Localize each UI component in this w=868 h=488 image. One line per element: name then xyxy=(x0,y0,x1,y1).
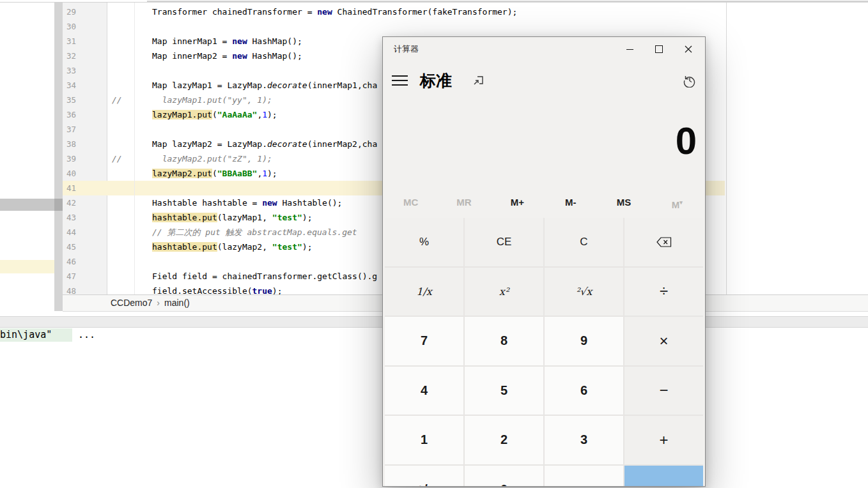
memory-button-row: MCMRM+M-MSM▾ xyxy=(384,193,704,212)
code-line[interactable]: Transformer chainedTransformer = new Cha… xyxy=(152,4,517,19)
memory-clear-button[interactable]: MC xyxy=(384,193,437,212)
code-line[interactable]: Hashtable hashtable = new Hashtable(); xyxy=(152,195,342,210)
calc-key-square[interactable]: x² xyxy=(465,268,543,316)
memory-store-button[interactable]: MS xyxy=(597,193,650,212)
calc-key-clear[interactable]: C xyxy=(545,218,623,266)
keep-on-top-icon xyxy=(472,74,485,87)
calc-key-backspace[interactable] xyxy=(624,218,703,266)
line-number[interactable]: 34 xyxy=(66,78,92,93)
line-number[interactable]: 46 xyxy=(66,254,92,269)
line-number[interactable]: 38 xyxy=(66,137,92,151)
code-line[interactable]: Map lazyMap2 = LazyMap.decorate(innerMap… xyxy=(152,137,377,151)
keep-on-top-button[interactable] xyxy=(472,74,485,89)
line-number[interactable]: 39 xyxy=(66,151,92,166)
code-token: (lazyMap2, xyxy=(217,242,272,252)
calc-key-three[interactable]: 3 xyxy=(545,416,623,464)
line-number[interactable]: 37 xyxy=(66,122,92,137)
line-number[interactable]: 32 xyxy=(66,49,92,63)
code-token: 1 xyxy=(262,169,267,178)
line-number[interactable]: 30 xyxy=(66,19,92,34)
history-icon xyxy=(683,73,697,88)
calc-key-divide[interactable]: ÷ xyxy=(624,268,703,316)
code-token: "test" xyxy=(272,242,302,252)
line-number[interactable]: 44 xyxy=(66,225,92,240)
code-line[interactable]: lazyMap1.put("AaAaAa",1); xyxy=(152,107,277,122)
run-console-line[interactable]: bin\java" ... xyxy=(0,328,95,342)
calc-key-equals[interactable]: = xyxy=(624,466,703,487)
calculator-titlebar[interactable]: 计算器 xyxy=(383,37,705,61)
menu-button[interactable] xyxy=(392,75,408,86)
code-token: ); xyxy=(302,213,313,222)
line-number[interactable]: 47 xyxy=(66,269,92,284)
calc-key-clear-entry[interactable]: CE xyxy=(465,218,543,266)
close-button[interactable] xyxy=(674,37,703,61)
code-line[interactable]: Map innerMap2 = new HashMap(); xyxy=(152,49,302,63)
code-token: "test" xyxy=(272,213,302,222)
code-token: new xyxy=(262,198,277,208)
calc-key-one[interactable]: 1 xyxy=(385,416,463,464)
console-ellipsis[interactable]: ... xyxy=(72,329,95,340)
calc-key-multiply[interactable]: × xyxy=(624,317,703,365)
breadcrumb-separator: › xyxy=(157,298,160,308)
calc-key-five[interactable]: 5 xyxy=(465,367,543,415)
memory-flyout-button[interactable]: M▾ xyxy=(651,193,704,212)
calc-key-subtract[interactable]: − xyxy=(624,367,703,415)
code-line[interactable]: Field field = chainedTransformer.getClas… xyxy=(152,269,377,284)
code-line[interactable]: // lazyMap1.put("yy", 1); xyxy=(152,93,272,107)
code-line[interactable]: Map innerMap1 = new HashMap(); xyxy=(152,34,302,49)
minimize-button[interactable] xyxy=(615,37,644,61)
calc-key-two[interactable]: 2 xyxy=(465,416,543,464)
code-line[interactable]: hashtable.put(lazyMap2, "test"); xyxy=(152,240,312,254)
line-number[interactable]: 42 xyxy=(66,195,92,210)
calc-key-four[interactable]: 4 xyxy=(385,367,463,415)
code-token: ); xyxy=(267,169,277,178)
maximize-button[interactable] xyxy=(644,37,674,61)
code-line[interactable]: hashtable.put(lazyMap1, "test"); xyxy=(152,210,312,225)
code-token: ( xyxy=(212,110,217,119)
close-icon xyxy=(685,45,692,53)
line-number[interactable]: 41 xyxy=(66,181,92,195)
memory-recall-button[interactable]: MR xyxy=(437,193,490,212)
breadcrumb-method[interactable]: main() xyxy=(164,298,190,308)
code-token: ( xyxy=(212,169,217,178)
calc-key-negate[interactable]: +/- xyxy=(385,466,463,487)
calc-key-add[interactable]: + xyxy=(624,416,703,464)
code-line[interactable]: // 第二次的 put 触发 abstractMap.equals.get xyxy=(152,225,357,240)
gutter-strip-marker xyxy=(54,199,63,211)
calc-key-six[interactable]: 6 xyxy=(545,367,623,415)
line-number[interactable]: 33 xyxy=(66,63,92,78)
calculator-window: 计算器 标准 xyxy=(382,36,706,487)
calc-key-zero[interactable]: 0 xyxy=(465,466,543,487)
line-number[interactable]: 35 xyxy=(66,93,92,107)
calc-key-square-root[interactable]: ²√x xyxy=(545,268,623,316)
line-number[interactable]: 31 xyxy=(66,34,92,49)
code-line[interactable]: Map lazyMap1 = LazyMap.decorate(innerMap… xyxy=(152,78,377,93)
code-token: hashtable.put xyxy=(152,213,217,222)
line-number[interactable]: 45 xyxy=(66,240,92,254)
calc-key-percent[interactable]: % xyxy=(385,218,463,266)
calc-key-eight[interactable]: 8 xyxy=(465,317,543,365)
code-line[interactable]: // lazyMap2.put("zZ", 1); xyxy=(152,151,272,166)
line-number[interactable]: 36 xyxy=(66,107,92,122)
memory-subtract-button[interactable]: M- xyxy=(544,193,597,212)
line-number[interactable]: 40 xyxy=(66,166,92,181)
calc-key-seven[interactable]: 7 xyxy=(385,317,463,365)
calc-key-nine[interactable]: 9 xyxy=(545,317,623,365)
history-button[interactable] xyxy=(683,73,697,89)
line-number[interactable]: 29 xyxy=(66,4,92,19)
code-line[interactable]: lazyMap2.put("BBAaBB",1); xyxy=(152,166,277,181)
code-token: lazyMap2.put("zZ", 1); xyxy=(152,154,272,164)
left-editor-pane[interactable] xyxy=(0,3,54,316)
calculator-keypad: %CEC1/xx²²√x÷789×456−123++/-0.= xyxy=(385,218,703,487)
line-number[interactable]: 43 xyxy=(66,210,92,225)
calc-key-reciprocal[interactable]: 1/x xyxy=(385,268,463,316)
code-token: (innerMap1,cha xyxy=(307,80,378,90)
memory-add-button[interactable]: M+ xyxy=(491,193,544,212)
code-token: Hashtable(); xyxy=(277,198,343,208)
code-token: lazyMap2.put xyxy=(152,169,212,178)
minimize-icon xyxy=(626,49,633,50)
code-token: (lazyMap1, xyxy=(217,213,272,222)
console-command-highlight: bin\java" xyxy=(0,328,72,342)
breadcrumb-class[interactable]: CCDemo7 xyxy=(111,298,152,308)
calc-key-decimal[interactable]: . xyxy=(545,466,623,487)
